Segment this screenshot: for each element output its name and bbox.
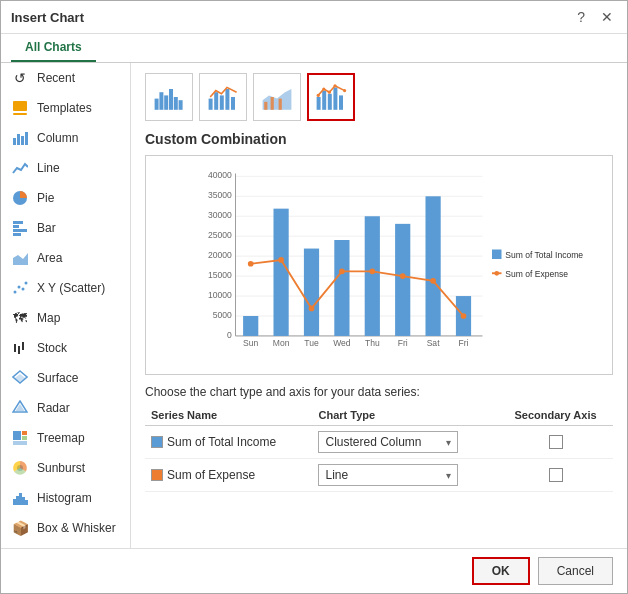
svg-point-14 — [22, 288, 25, 291]
chart-type-icon-4[interactable] — [307, 73, 355, 121]
svg-rect-45 — [159, 92, 163, 110]
sidebar-item-stock[interactable]: Stock — [1, 333, 130, 363]
svg-rect-7 — [13, 221, 23, 224]
sidebar-item-surface[interactable]: Surface — [1, 363, 130, 393]
close-button[interactable]: ✕ — [597, 7, 617, 27]
sidebar-item-area[interactable]: Area — [1, 243, 130, 273]
tab-all-charts[interactable]: All Charts — [11, 34, 96, 62]
svg-point-102 — [400, 273, 406, 279]
svg-rect-50 — [209, 99, 213, 110]
help-button[interactable]: ? — [573, 7, 589, 27]
svg-rect-8 — [13, 225, 19, 228]
dialog-footer: OK Cancel — [1, 548, 627, 593]
svg-point-116 — [494, 271, 499, 276]
sunburst-icon — [11, 459, 29, 477]
secondary-axis-header: Secondary Axis — [498, 405, 613, 426]
svg-rect-1 — [13, 113, 27, 115]
svg-rect-4 — [21, 136, 24, 145]
chart-type-icon-1[interactable] — [145, 73, 193, 121]
sidebar-label-box-whisker: Box & Whisker — [37, 521, 116, 535]
series-2-chart-type-select[interactable]: Line ▾ — [318, 464, 458, 486]
sidebar-item-histogram[interactable]: Histogram — [1, 483, 130, 513]
recent-icon: ↺ — [11, 69, 29, 87]
sidebar-item-pie[interactable]: Pie — [1, 183, 130, 213]
scatter-icon — [11, 279, 29, 297]
title-bar-controls: ? ✕ — [573, 7, 617, 27]
series-table: Series Name Chart Type Secondary Axis Su… — [145, 405, 613, 492]
cancel-button[interactable]: Cancel — [538, 557, 613, 585]
svg-marker-11 — [13, 253, 28, 265]
series-1-color-swatch — [151, 436, 163, 448]
svg-rect-95 — [426, 196, 441, 336]
sidebar-item-treemap[interactable]: Treemap — [1, 423, 130, 453]
svg-rect-94 — [395, 224, 410, 336]
series-1-chart-type-select[interactable]: Clustered Column ▾ — [318, 431, 458, 453]
sidebar-item-box-whisker[interactable]: 📦 Box & Whisker — [1, 513, 130, 543]
main-content: ↺ Recent Templates Column Line — [1, 63, 627, 548]
svg-point-67 — [333, 84, 336, 87]
svg-rect-32 — [16, 496, 19, 505]
ok-button[interactable]: OK — [472, 557, 530, 585]
svg-rect-113 — [492, 250, 502, 260]
series-name-header: Series Name — [145, 405, 312, 426]
svg-text:10000: 10000 — [208, 290, 232, 300]
svg-rect-62 — [333, 87, 337, 109]
svg-rect-2 — [13, 138, 16, 145]
svg-text:Sum of Expense: Sum of Expense — [505, 269, 568, 279]
title-bar: Insert Chart ? ✕ — [1, 1, 627, 34]
svg-point-104 — [461, 313, 467, 319]
svg-rect-29 — [13, 441, 27, 445]
sidebar-label-recent: Recent — [37, 71, 75, 85]
svg-text:Tue: Tue — [304, 338, 319, 348]
column-icon — [11, 129, 29, 147]
svg-rect-27 — [22, 431, 27, 435]
svg-point-15 — [25, 282, 28, 285]
series-1-name: Sum of Total Income — [167, 435, 276, 449]
series-1-dropdown-arrow: ▾ — [446, 437, 451, 448]
tab-bar: All Charts — [1, 34, 627, 63]
svg-rect-59 — [317, 97, 321, 110]
sidebar-item-bar[interactable]: Bar — [1, 213, 130, 243]
series-2-secondary-axis-checkbox[interactable] — [549, 468, 563, 482]
sidebar-label-map: Map — [37, 311, 60, 325]
radar-icon — [11, 399, 29, 417]
chart-type-icon-2[interactable] — [199, 73, 247, 121]
sidebar-item-line[interactable]: Line — [1, 153, 130, 183]
series-2-color-swatch — [151, 469, 163, 481]
sidebar-item-recent[interactable]: ↺ Recent — [1, 63, 130, 93]
series-2-name: Sum of Expense — [167, 468, 255, 482]
svg-text:Wed: Wed — [333, 338, 351, 348]
svg-point-64 — [317, 94, 320, 97]
svg-text:25000: 25000 — [208, 230, 232, 240]
sidebar-label-templates: Templates — [37, 101, 92, 115]
svg-point-65 — [322, 87, 325, 90]
sidebar-label-pie: Pie — [37, 191, 54, 205]
sidebar-label-stock: Stock — [37, 341, 67, 355]
sidebar-item-xy-scatter[interactable]: X Y (Scatter) — [1, 273, 130, 303]
sidebar-item-templates[interactable]: Templates — [1, 93, 130, 123]
sidebar: ↺ Recent Templates Column Line — [1, 63, 131, 548]
svg-point-99 — [309, 306, 315, 312]
svg-point-103 — [430, 278, 436, 284]
right-panel: Custom Combination 40000 35000 30000 250… — [131, 63, 627, 548]
templates-icon — [11, 99, 29, 117]
svg-text:0: 0 — [227, 330, 232, 340]
bar-icon — [11, 219, 29, 237]
svg-rect-63 — [339, 95, 343, 109]
svg-rect-26 — [13, 431, 21, 440]
svg-text:35000: 35000 — [208, 190, 232, 200]
insert-chart-dialog: Insert Chart ? ✕ All Charts ↺ Recent Tem… — [0, 0, 628, 594]
sidebar-item-column[interactable]: Column — [1, 123, 130, 153]
series-1-secondary-axis-checkbox[interactable] — [549, 435, 563, 449]
sidebar-item-radar[interactable]: Radar — [1, 393, 130, 423]
svg-rect-93 — [365, 216, 380, 336]
svg-text:Sum of Total Income: Sum of Total Income — [505, 250, 583, 260]
sidebar-item-map[interactable]: 🗺 Map — [1, 303, 130, 333]
sidebar-label-area: Area — [37, 251, 62, 265]
sidebar-item-sunburst[interactable]: Sunburst — [1, 453, 130, 483]
sidebar-label-sunburst: Sunburst — [37, 461, 85, 475]
chart-type-icon-3[interactable] — [253, 73, 301, 121]
series-2-chart-type-label: Line — [325, 468, 348, 482]
svg-text:Sat: Sat — [427, 338, 440, 348]
sidebar-label-histogram: Histogram — [37, 491, 92, 505]
